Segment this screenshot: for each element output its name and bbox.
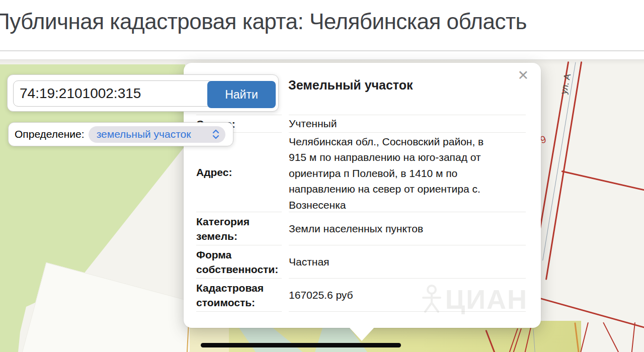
table-row: Кадастровая стоимость: 167025.6 руб	[196, 279, 526, 312]
table-row: Форма собственности: Частная	[196, 245, 526, 279]
chevron-updown-icon	[212, 129, 219, 140]
row-label: Категория земель:	[196, 212, 282, 245]
table-row: Адрес: Челябинская обл., Сосновский райо…	[196, 133, 526, 212]
cadastral-line	[631, 322, 635, 352]
table-row: Статус: Учтенный	[196, 115, 526, 133]
page-title: Публичная кадастровая карта: Челябинская…	[0, 9, 527, 34]
page-header: Публичная кадастровая карта: Челябинская…	[0, 0, 644, 50]
row-value: Земли населенных пунктов	[289, 212, 526, 245]
header-divider	[0, 50, 644, 51]
row-value: Учтенный	[289, 115, 526, 133]
search-widget: Найти	[7, 74, 279, 112]
row-value: Частная	[289, 245, 526, 279]
filter-label: Определение:	[15, 128, 85, 140]
filter-widget: Определение: земельный участок	[8, 122, 233, 146]
row-value: 167025.6 руб	[289, 279, 526, 312]
search-input[interactable]	[13, 80, 213, 107]
row-value: Челябинская обл., Сосновский район, в 91…	[289, 133, 526, 212]
street-name-label: ул. А	[558, 73, 573, 96]
cadastral-line	[603, 322, 619, 352]
row-label: Форма собственности:	[196, 245, 282, 279]
map-white-parcel	[20, 262, 202, 352]
cadastral-line	[580, 322, 589, 352]
home-indicator-bar	[201, 343, 401, 347]
cadastral-line	[561, 170, 644, 191]
table-row: Категория земель: Земли населенных пункт…	[196, 212, 526, 245]
find-button[interactable]: Найти	[207, 81, 276, 108]
row-label: Кадастровая стоимость:	[196, 279, 282, 312]
object-type-select[interactable]: земельный участок	[89, 126, 225, 143]
selected-option-label: земельный участок	[97, 128, 191, 140]
popup-pointer-arrow	[349, 327, 375, 341]
